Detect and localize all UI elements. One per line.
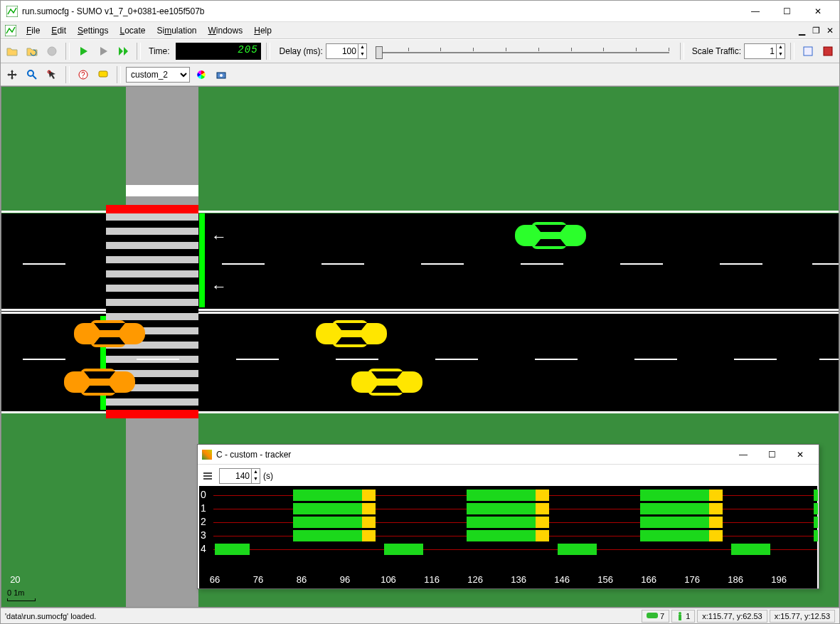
vehicle-green[interactable] — [514, 221, 588, 250]
minimize-button[interactable]: — — [740, 1, 771, 21]
tracker-row: 0 — [199, 489, 817, 502]
save-button[interactable] — [43, 43, 60, 60]
time-display: 205 — [176, 43, 261, 60]
delay-spinner[interactable]: ▲▼ — [326, 43, 367, 59]
mdi-restore[interactable]: ❐ — [809, 26, 822, 36]
menu-settings[interactable]: Settings — [72, 23, 114, 38]
list-icon — [202, 470, 213, 482]
reload-button[interactable] — [23, 43, 41, 60]
zoom-icon — [26, 69, 38, 80]
scale-spinner[interactable]: ▲▼ — [744, 43, 785, 59]
delay-slider[interactable] — [376, 43, 669, 59]
tracker-window[interactable]: C - custom - tracker — ☐ ✕ ▲▼ (s) 012346… — [197, 444, 819, 589]
menu-edit[interactable]: Edit — [46, 23, 72, 38]
time-label: Time: — [149, 46, 170, 56]
step-button[interactable] — [115, 43, 132, 60]
app-icon — [6, 6, 18, 17]
vehicle-yellow[interactable] — [314, 319, 389, 349]
tracker-unit: (s) — [263, 471, 273, 481]
view-settings-combo[interactable]: custom_2 — [126, 67, 190, 83]
tracker-minimize[interactable]: — — [729, 445, 757, 464]
app-icon-small — [5, 25, 16, 36]
delay-input[interactable] — [326, 46, 358, 57]
scale-up[interactable]: ▲ — [776, 44, 785, 51]
screenshot-button[interactable] — [213, 66, 230, 83]
svg-rect-3 — [804, 47, 812, 55]
tracker-row: 3 — [199, 529, 817, 542]
vehicle-orange[interactable] — [63, 367, 137, 397]
menu-file[interactable]: File — [21, 23, 46, 38]
person-icon — [676, 611, 684, 621]
person-count-box: 1 — [671, 610, 695, 623]
svg-rect-16 — [203, 475, 212, 477]
toolbar-main: Time: 205 Delay (ms): ▲▼ Scale Traffic: … — [1, 39, 839, 63]
coord-geo: x:15.77, y:12.53 — [770, 610, 835, 623]
window-title: run.sumocfg - SUMO v1_7_0+0381-ee105f507… — [22, 6, 740, 16]
cursor-icon — [46, 69, 58, 80]
stop-icon — [97, 46, 109, 57]
camera-icon — [216, 69, 227, 80]
vehicle-count-box: 7 — [642, 610, 669, 623]
open-folder-icon — [6, 46, 18, 57]
vehicle-yellow[interactable] — [350, 367, 425, 397]
reload-icon — [26, 46, 38, 57]
view-list-icon — [802, 46, 814, 57]
delay-down[interactable]: ▼ — [358, 51, 366, 58]
help-icon: ? — [78, 69, 89, 80]
mdi-close[interactable]: ✕ — [824, 26, 836, 36]
select-tool[interactable] — [43, 66, 60, 83]
lane-arrow-icon: ← — [211, 277, 227, 296]
tracker-row: 2 — [199, 516, 817, 529]
vehicle-orange[interactable] — [73, 319, 147, 349]
menu-locate[interactable]: Locate — [114, 23, 151, 38]
move-icon — [6, 69, 18, 80]
save-icon — [46, 46, 58, 57]
tracker-chart[interactable]: 0123466768696106116126136146156166176186… — [199, 486, 817, 588]
open-button[interactable] — [4, 43, 21, 60]
scale-input[interactable] — [745, 46, 776, 57]
close-button[interactable]: ✕ — [802, 1, 834, 21]
scale-indicator: 0 1m — [7, 588, 36, 601]
titlebar: run.sumocfg - SUMO v1_7_0+0381-ee105f507… — [1, 1, 839, 22]
menu-simulation[interactable]: Simulation — [151, 23, 202, 38]
zoom-tool[interactable] — [23, 66, 41, 83]
status-message: 'data\run.sumocfg' loaded. — [5, 612, 639, 620]
color-wheel-button[interactable] — [193, 66, 210, 83]
view-grid-button[interactable] — [819, 43, 836, 60]
play-icon — [78, 46, 89, 57]
maximize-button[interactable]: ☐ — [771, 1, 802, 21]
help-tool[interactable]: ? — [75, 66, 92, 83]
tracker-title: C - custom - tracker — [216, 450, 729, 460]
tracker-close[interactable]: ✕ — [786, 445, 814, 464]
tracker-settings-button[interactable] — [199, 467, 216, 485]
play-button[interactable] — [75, 43, 92, 60]
tracker-row: 4 — [199, 543, 817, 556]
view-list-button[interactable] — [799, 43, 817, 60]
tracker-maximize[interactable]: ☐ — [757, 445, 786, 464]
move-tool[interactable] — [4, 66, 21, 83]
slider-thumb[interactable] — [376, 46, 383, 59]
svg-point-19 — [679, 612, 681, 615]
svg-rect-18 — [647, 613, 658, 618]
info-tool[interactable] — [95, 66, 112, 83]
simulation-viewport[interactable]: ← ← 0 1m C - — [1, 86, 839, 608]
mdi-minimize[interactable]: ▁ — [795, 26, 808, 36]
color-wheel-icon — [196, 69, 207, 80]
delay-label: Delay (ms): — [280, 46, 323, 56]
svg-rect-9 — [99, 71, 107, 77]
tracker-range-spinner[interactable]: ▲▼ — [219, 468, 260, 484]
car-icon — [647, 613, 658, 620]
menu-windows[interactable]: Windows — [203, 23, 249, 38]
menubar: File Edit Settings Locate Simulation Win… — [1, 22, 839, 39]
menu-help[interactable]: Help — [248, 23, 277, 38]
delay-up[interactable]: ▲ — [358, 44, 366, 51]
tracker-icon — [202, 450, 212, 460]
scale-down[interactable]: ▼ — [776, 51, 785, 58]
svg-point-12 — [220, 74, 223, 77]
coord-net: x:115.77, y:62.53 — [697, 610, 767, 623]
svg-rect-17 — [203, 478, 212, 480]
lane-arrow-icon: ← — [211, 228, 227, 246]
svg-point-2 — [48, 47, 56, 55]
pause-button[interactable] — [95, 43, 112, 60]
tracker-range-input[interactable] — [220, 470, 251, 482]
